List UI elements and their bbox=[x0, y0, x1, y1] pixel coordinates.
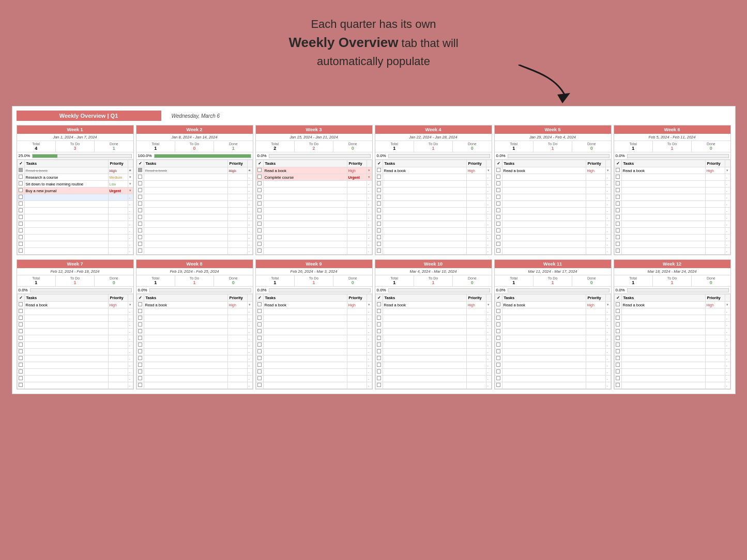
dropdown-cell-12-9[interactable]: - bbox=[725, 362, 730, 369]
dropdown-cell-10-8[interactable]: - bbox=[486, 355, 491, 362]
checkbox-cell-8-9[interactable] bbox=[136, 362, 144, 369]
dropdown-cell-1-1[interactable]: ▾ bbox=[128, 174, 133, 181]
dropdown-cell-11-1[interactable]: - bbox=[605, 308, 611, 315]
dropdown-cell-12-1[interactable]: - bbox=[725, 308, 730, 315]
checkbox-cell-8-3[interactable] bbox=[136, 322, 144, 329]
checkbox-cell-4-12[interactable] bbox=[375, 248, 383, 255]
checkbox-cell-1-10[interactable] bbox=[17, 235, 24, 241]
dropdown-cell-9-7[interactable]: - bbox=[367, 349, 372, 355]
checkbox-cell-1-5[interactable] bbox=[17, 201, 24, 208]
checkbox-cell-2-8[interactable] bbox=[136, 221, 144, 228]
checkbox-cell-4-8[interactable] bbox=[375, 221, 383, 228]
dropdown-cell-9-5[interactable]: - bbox=[367, 335, 372, 342]
dropdown-cell-7-4[interactable]: - bbox=[128, 329, 133, 335]
dropdown-cell-1-6[interactable]: - bbox=[128, 208, 133, 214]
dropdown-cell-2-6[interactable]: - bbox=[247, 208, 252, 214]
dropdown-cell-1-4[interactable]: - bbox=[128, 194, 133, 201]
checkbox-cell-6-2[interactable] bbox=[614, 181, 621, 188]
dropdown-cell-7-2[interactable]: - bbox=[128, 315, 133, 322]
checkbox-cell-3-7[interactable] bbox=[256, 214, 263, 221]
dropdown-cell-2-12[interactable]: - bbox=[247, 248, 252, 255]
dropdown-cell-10-7[interactable]: - bbox=[486, 349, 491, 355]
checkbox-cell-7-0[interactable] bbox=[17, 302, 24, 308]
checkbox-cell-1-7[interactable] bbox=[17, 214, 24, 221]
checkbox-cell-7-8[interactable] bbox=[17, 355, 24, 362]
dropdown-cell-8-3[interactable]: - bbox=[247, 322, 252, 329]
dropdown-cell-6-9[interactable]: - bbox=[725, 228, 730, 235]
checkbox-cell-12-2[interactable] bbox=[614, 315, 621, 322]
dropdown-cell-4-2[interactable]: - bbox=[486, 181, 491, 188]
dropdown-cell-1-8[interactable]: - bbox=[128, 221, 133, 228]
dropdown-cell-7-6[interactable]: - bbox=[128, 342, 133, 349]
dropdown-cell-2-2[interactable]: - bbox=[247, 181, 252, 188]
checkbox-cell-3-0[interactable] bbox=[256, 167, 263, 174]
dropdown-cell-4-3[interactable]: - bbox=[486, 188, 491, 194]
dropdown-cell-1-5[interactable]: - bbox=[128, 201, 133, 208]
dropdown-cell-9-12[interactable]: - bbox=[367, 382, 372, 389]
checkbox-cell-8-10[interactable] bbox=[136, 369, 144, 376]
dropdown-cell-5-7[interactable]: - bbox=[605, 214, 611, 221]
dropdown-cell-2-1[interactable]: - bbox=[247, 174, 252, 181]
dropdown-cell-5-11[interactable]: - bbox=[605, 241, 611, 248]
dropdown-cell-6-12[interactable]: - bbox=[725, 248, 730, 255]
checkbox-cell-2-6[interactable] bbox=[136, 208, 144, 214]
dropdown-cell-8-1[interactable]: - bbox=[247, 308, 252, 315]
checkbox-cell-11-5[interactable] bbox=[495, 335, 502, 342]
dropdown-cell-1-11[interactable]: - bbox=[128, 241, 133, 248]
dropdown-cell-8-9[interactable]: - bbox=[247, 362, 252, 369]
checkbox-cell-11-12[interactable] bbox=[495, 382, 502, 389]
checkbox-cell-4-9[interactable] bbox=[375, 228, 383, 235]
checkbox-cell-12-3[interactable] bbox=[614, 322, 621, 329]
dropdown-cell-2-0[interactable]: ▾ bbox=[247, 167, 252, 174]
checkbox-cell-12-5[interactable] bbox=[614, 335, 621, 342]
checkbox-cell-7-5[interactable] bbox=[17, 335, 24, 342]
checkbox-cell-10-12[interactable] bbox=[375, 382, 383, 389]
dropdown-cell-1-2[interactable]: ▾ bbox=[128, 181, 133, 188]
dropdown-cell-3-4[interactable]: - bbox=[367, 194, 372, 201]
checkbox-cell-5-9[interactable] bbox=[495, 228, 502, 235]
dropdown-cell-9-10[interactable]: - bbox=[367, 369, 372, 376]
dropdown-cell-12-5[interactable]: - bbox=[725, 335, 730, 342]
dropdown-cell-9-6[interactable]: - bbox=[367, 342, 372, 349]
dropdown-cell-7-12[interactable]: - bbox=[128, 382, 133, 389]
dropdown-cell-6-11[interactable]: - bbox=[725, 241, 730, 248]
checkbox-cell-3-8[interactable] bbox=[256, 221, 263, 228]
dropdown-cell-5-9[interactable]: - bbox=[605, 228, 611, 235]
checkbox-cell-8-5[interactable] bbox=[136, 335, 144, 342]
dropdown-cell-4-8[interactable]: - bbox=[486, 221, 491, 228]
checkbox-cell-6-6[interactable] bbox=[614, 208, 621, 214]
dropdown-cell-8-4[interactable]: - bbox=[247, 329, 252, 335]
dropdown-cell-6-6[interactable]: - bbox=[725, 208, 730, 214]
dropdown-cell-8-6[interactable]: - bbox=[247, 342, 252, 349]
checkbox-cell-7-3[interactable] bbox=[17, 322, 24, 329]
dropdown-cell-2-9[interactable]: - bbox=[247, 228, 252, 235]
dropdown-cell-5-1[interactable]: - bbox=[605, 174, 611, 181]
checkbox-cell-10-2[interactable] bbox=[375, 315, 383, 322]
dropdown-cell-8-5[interactable]: - bbox=[247, 335, 252, 342]
checkbox-cell-6-0[interactable] bbox=[614, 167, 621, 174]
checkbox-cell-10-1[interactable] bbox=[375, 308, 383, 315]
checkbox-cell-10-11[interactable] bbox=[375, 376, 383, 382]
checkbox-cell-7-1[interactable] bbox=[17, 308, 24, 315]
checkbox-cell-12-7[interactable] bbox=[614, 349, 621, 355]
checkbox-cell-9-11[interactable] bbox=[256, 376, 263, 382]
checkbox-cell-10-10[interactable] bbox=[375, 369, 383, 376]
dropdown-cell-1-7[interactable]: - bbox=[128, 214, 133, 221]
checkbox-cell-2-12[interactable] bbox=[136, 248, 144, 255]
dropdown-cell-11-3[interactable]: - bbox=[605, 322, 611, 329]
dropdown-cell-8-2[interactable]: - bbox=[247, 315, 252, 322]
checkbox-cell-11-9[interactable] bbox=[495, 362, 502, 369]
checkbox-cell-10-8[interactable] bbox=[375, 355, 383, 362]
checkbox-cell-8-4[interactable] bbox=[136, 329, 144, 335]
dropdown-cell-6-2[interactable]: - bbox=[725, 181, 730, 188]
dropdown-cell-9-8[interactable]: - bbox=[367, 355, 372, 362]
dropdown-cell-3-10[interactable]: - bbox=[367, 235, 372, 241]
dropdown-cell-2-4[interactable]: - bbox=[247, 194, 252, 201]
checkbox-cell-3-5[interactable] bbox=[256, 201, 263, 208]
checkbox-cell-2-0[interactable] bbox=[136, 167, 144, 174]
checkbox-cell-9-8[interactable] bbox=[256, 355, 263, 362]
checkbox-cell-4-5[interactable] bbox=[375, 201, 383, 208]
dropdown-cell-12-4[interactable]: - bbox=[725, 329, 730, 335]
checkbox-cell-10-3[interactable] bbox=[375, 322, 383, 329]
checkbox-cell-11-6[interactable] bbox=[495, 342, 502, 349]
